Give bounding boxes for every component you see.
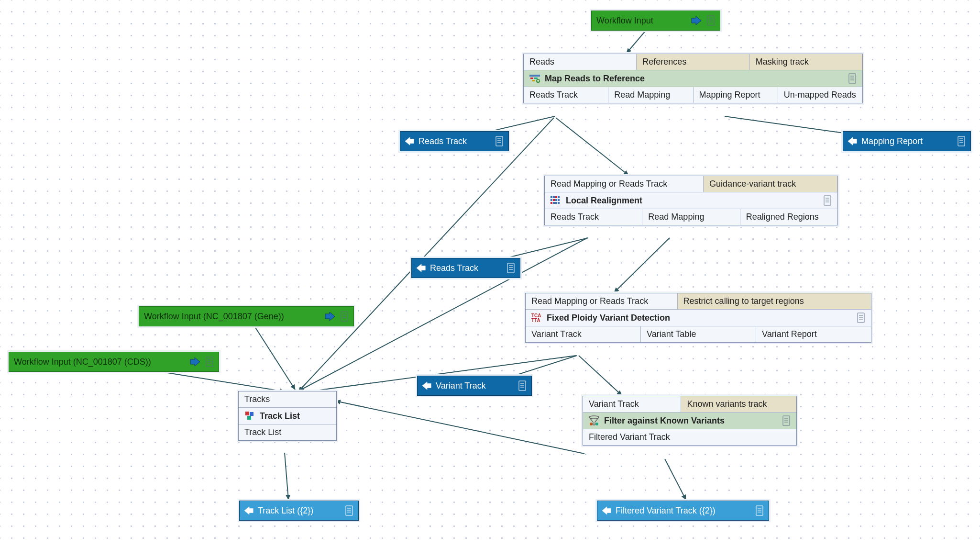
svg-line-39 [298,118,554,391]
document-icon [205,357,214,367]
document-icon [755,505,764,516]
fixed-ploidy-icon [531,313,542,323]
port-tracks[interactable]: Tracks [239,391,336,407]
output-reads-track-2[interactable]: Reads Track [411,258,520,278]
input-arrow-icon [325,312,335,321]
port-reads-track[interactable]: Reads Track [545,209,642,225]
input-workflow-gene[interactable]: Workflow Input (NC_001807 (Gene)) [139,306,354,326]
port-unmapped-reads[interactable]: Un-mapped Reads [778,87,862,103]
document-icon [345,505,353,516]
port-restrict-calling-target-regions[interactable]: Restrict calling to target regions [678,293,871,309]
tool-inputs-row: Read Mapping or Reads Track Guidance-var… [545,176,837,192]
output-label: Mapping Report [861,136,952,146]
input-label: Workflow Input (NC_001807 (Gene)) [144,312,322,322]
svg-line-50 [336,401,584,454]
port-reads[interactable]: Reads [524,54,637,70]
port-mapping-report[interactable]: Mapping Report [694,87,778,103]
output-label: Reads Track [430,263,502,273]
document-icon [957,136,966,146]
output-variant-track[interactable]: Variant Track [417,376,532,396]
port-read-mapping-or-reads-track[interactable]: Read Mapping or Reads Track [526,293,678,309]
svg-line-41 [614,238,670,292]
tool-outputs-row: Reads Track Read Mapping Mapping Report … [524,87,862,103]
output-label: Filtered Variant Track ({2}) [616,506,750,516]
port-variant-report[interactable]: Variant Report [756,326,871,342]
tool-outputs-row: Reads Track Read Mapping Realigned Regio… [545,209,837,225]
tool-map-reads-to-reference[interactable]: Reads References Masking track Map Reads… [523,54,863,103]
document-icon [706,15,715,26]
port-masking-track[interactable]: Masking track [750,54,862,70]
tool-title: Fixed Ploidy Variant Detection [547,313,857,323]
input-arrow-icon [691,16,702,25]
output-arrow-icon [417,264,426,272]
port-reads-track[interactable]: Reads Track [524,87,608,103]
svg-line-35 [627,31,646,53]
tool-inputs-row: Variant Track Known variants track [583,396,796,413]
svg-line-38 [725,116,861,135]
tool-title-row[interactable]: Filter against Known Variants [583,413,796,429]
tool-fixed-ploidy-variant-detection[interactable]: Read Mapping or Reads Track Restrict cal… [525,293,871,343]
input-workflow-main[interactable]: Workflow Input [591,11,720,31]
tool-title: Filter against Known Variants [604,416,782,426]
input-label: Workflow Input (NC_001807 (CDS)) [14,357,187,367]
port-known-variants-track[interactable]: Known variants track [681,396,796,412]
tool-filter-against-known-variants[interactable]: Variant Track Known variants track Filte… [583,396,797,446]
tool-outputs-row: Variant Track Variant Table Variant Repo… [526,326,871,342]
tool-outputs-row: Track List [239,424,336,440]
tool-inputs-row: Read Mapping or Reads Track Restrict cal… [526,293,871,310]
document-icon [857,313,865,323]
document-icon [495,136,504,146]
tool-inputs-row: Reads References Masking track [524,54,862,70]
tool-outputs-row: Filtered Variant Track [583,429,796,445]
svg-line-48 [255,327,295,390]
tool-inputs-row: Tracks [239,391,336,408]
tool-local-realignment[interactable]: Read Mapping or Reads Track Guidance-var… [544,176,838,225]
input-workflow-cds[interactable]: Workflow Input (NC_001807 (CDS)) [9,352,219,372]
document-icon [340,311,349,322]
input-label: Workflow Input [596,16,688,26]
tool-track-list[interactable]: Tracks Track List Track List [238,391,337,441]
port-realigned-regions[interactable]: Realigned Regions [740,209,837,225]
port-filtered-variant-track[interactable]: Filtered Variant Track [583,429,796,445]
output-arrow-icon [848,137,858,145]
svg-line-47 [285,453,288,500]
port-variant-track[interactable]: Variant Track [526,326,641,342]
output-label: Track List ({2}) [258,506,340,516]
document-icon [823,195,832,206]
map-reads-icon [529,73,540,84]
output-arrow-icon [602,506,612,515]
port-variant-table[interactable]: Variant Table [641,326,756,342]
tool-title-row[interactable]: Map Reads to Reference [524,70,862,87]
output-arrow-icon [244,506,254,515]
document-icon [782,415,791,426]
track-list-icon [244,411,255,421]
port-guidance-variant-track[interactable]: Guidance-variant track [704,176,837,192]
output-arrow-icon [405,137,415,145]
tool-title: Map Reads to Reference [545,74,848,84]
output-label: Reads Track [418,136,490,146]
output-mapping-report[interactable]: Mapping Report [843,131,971,151]
tool-title: Local Realignment [566,196,823,206]
port-read-mapping[interactable]: Read Mapping [608,87,693,103]
local-realignment-icon [551,195,561,206]
port-track-list[interactable]: Track List [239,424,336,440]
svg-line-46 [665,459,686,500]
port-references[interactable]: References [637,54,749,70]
tool-title: Track List [260,411,330,421]
svg-line-37 [556,118,628,175]
port-read-mapping[interactable]: Read Mapping [642,209,740,225]
filter-icon [589,415,599,426]
svg-line-44 [579,356,622,395]
tool-title-row[interactable]: Fixed Ploidy Variant Detection [526,310,871,326]
output-track-list[interactable]: Track List ({2}) [239,501,359,521]
svg-line-49 [167,373,285,391]
output-arrow-icon [422,381,432,390]
port-read-mapping-or-reads-track[interactable]: Read Mapping or Reads Track [545,176,704,192]
tool-title-row[interactable]: Local Realignment [545,192,837,209]
document-icon [507,263,515,273]
tool-title-row[interactable]: Track List [239,408,336,424]
port-variant-track[interactable]: Variant Track [583,396,681,412]
output-filtered-variant-track[interactable]: Filtered Variant Track ({2}) [597,501,769,521]
input-arrow-icon [190,357,200,367]
output-reads-track-1[interactable]: Reads Track [400,131,509,151]
